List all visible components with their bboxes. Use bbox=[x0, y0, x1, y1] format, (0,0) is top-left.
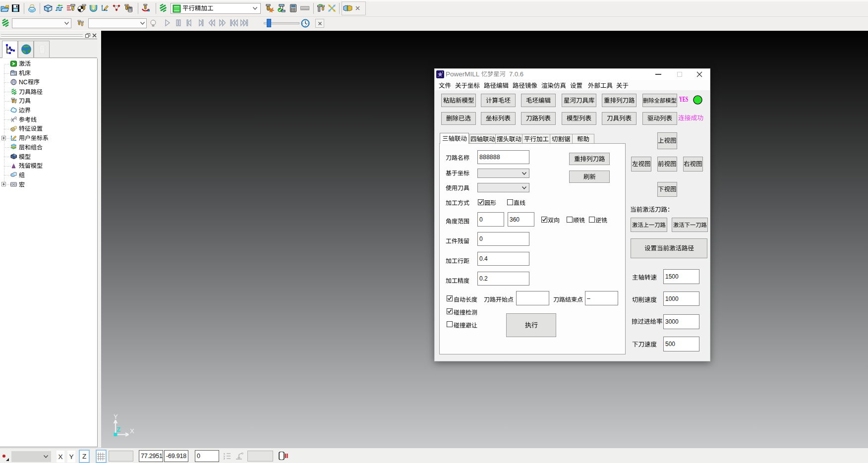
svg-text:X: X bbox=[130, 427, 134, 435]
svg-text:Z: Z bbox=[116, 426, 120, 433]
svg-text:z: z bbox=[224, 457, 225, 460]
svg-text:Y: Y bbox=[114, 413, 118, 420]
